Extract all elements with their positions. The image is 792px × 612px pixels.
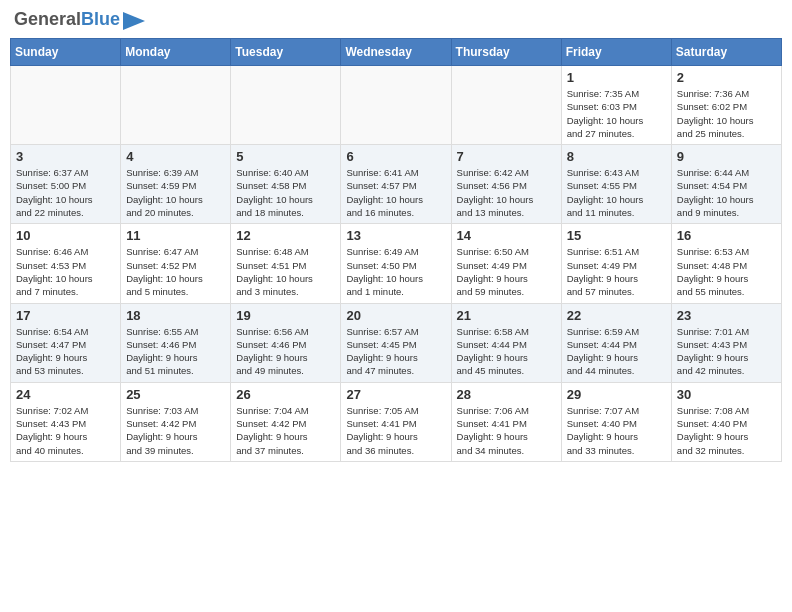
day-number: 3	[16, 149, 115, 164]
day-number: 6	[346, 149, 445, 164]
weekday-header-sunday: Sunday	[11, 39, 121, 66]
day-info: Sunrise: 7:08 AM Sunset: 4:40 PM Dayligh…	[677, 404, 776, 457]
calendar-week-1: 1Sunrise: 7:35 AM Sunset: 6:03 PM Daylig…	[11, 66, 782, 145]
day-info: Sunrise: 7:36 AM Sunset: 6:02 PM Dayligh…	[677, 87, 776, 140]
calendar-cell: 2Sunrise: 7:36 AM Sunset: 6:02 PM Daylig…	[671, 66, 781, 145]
page-header: GeneralBlue	[10, 10, 782, 30]
calendar-week-5: 24Sunrise: 7:02 AM Sunset: 4:43 PM Dayli…	[11, 382, 782, 461]
day-number: 10	[16, 228, 115, 243]
day-number: 4	[126, 149, 225, 164]
day-info: Sunrise: 6:58 AM Sunset: 4:44 PM Dayligh…	[457, 325, 556, 378]
day-number: 22	[567, 308, 666, 323]
calendar-cell: 17Sunrise: 6:54 AM Sunset: 4:47 PM Dayli…	[11, 303, 121, 382]
day-number: 30	[677, 387, 776, 402]
calendar-cell: 5Sunrise: 6:40 AM Sunset: 4:58 PM Daylig…	[231, 145, 341, 224]
calendar-cell: 11Sunrise: 6:47 AM Sunset: 4:52 PM Dayli…	[121, 224, 231, 303]
calendar-week-3: 10Sunrise: 6:46 AM Sunset: 4:53 PM Dayli…	[11, 224, 782, 303]
calendar-cell: 21Sunrise: 6:58 AM Sunset: 4:44 PM Dayli…	[451, 303, 561, 382]
weekday-header-friday: Friday	[561, 39, 671, 66]
day-info: Sunrise: 6:41 AM Sunset: 4:57 PM Dayligh…	[346, 166, 445, 219]
weekday-header-wednesday: Wednesday	[341, 39, 451, 66]
day-info: Sunrise: 6:47 AM Sunset: 4:52 PM Dayligh…	[126, 245, 225, 298]
calendar-cell: 10Sunrise: 6:46 AM Sunset: 4:53 PM Dayli…	[11, 224, 121, 303]
weekday-header-tuesday: Tuesday	[231, 39, 341, 66]
calendar-cell: 12Sunrise: 6:48 AM Sunset: 4:51 PM Dayli…	[231, 224, 341, 303]
day-number: 29	[567, 387, 666, 402]
day-info: Sunrise: 6:59 AM Sunset: 4:44 PM Dayligh…	[567, 325, 666, 378]
day-number: 24	[16, 387, 115, 402]
day-number: 15	[567, 228, 666, 243]
day-info: Sunrise: 7:02 AM Sunset: 4:43 PM Dayligh…	[16, 404, 115, 457]
day-info: Sunrise: 6:49 AM Sunset: 4:50 PM Dayligh…	[346, 245, 445, 298]
calendar-cell	[11, 66, 121, 145]
calendar-cell: 4Sunrise: 6:39 AM Sunset: 4:59 PM Daylig…	[121, 145, 231, 224]
calendar-cell: 8Sunrise: 6:43 AM Sunset: 4:55 PM Daylig…	[561, 145, 671, 224]
day-info: Sunrise: 6:39 AM Sunset: 4:59 PM Dayligh…	[126, 166, 225, 219]
calendar-header-row: SundayMondayTuesdayWednesdayThursdayFrid…	[11, 39, 782, 66]
day-info: Sunrise: 6:44 AM Sunset: 4:54 PM Dayligh…	[677, 166, 776, 219]
day-number: 25	[126, 387, 225, 402]
calendar-cell: 19Sunrise: 6:56 AM Sunset: 4:46 PM Dayli…	[231, 303, 341, 382]
day-number: 12	[236, 228, 335, 243]
day-number: 17	[16, 308, 115, 323]
day-number: 26	[236, 387, 335, 402]
calendar-cell: 30Sunrise: 7:08 AM Sunset: 4:40 PM Dayli…	[671, 382, 781, 461]
day-info: Sunrise: 7:06 AM Sunset: 4:41 PM Dayligh…	[457, 404, 556, 457]
day-info: Sunrise: 7:35 AM Sunset: 6:03 PM Dayligh…	[567, 87, 666, 140]
calendar-cell	[341, 66, 451, 145]
day-number: 23	[677, 308, 776, 323]
calendar-cell: 7Sunrise: 6:42 AM Sunset: 4:56 PM Daylig…	[451, 145, 561, 224]
day-info: Sunrise: 6:42 AM Sunset: 4:56 PM Dayligh…	[457, 166, 556, 219]
calendar-cell: 24Sunrise: 7:02 AM Sunset: 4:43 PM Dayli…	[11, 382, 121, 461]
calendar-cell: 16Sunrise: 6:53 AM Sunset: 4:48 PM Dayli…	[671, 224, 781, 303]
calendar-cell	[451, 66, 561, 145]
calendar-cell: 25Sunrise: 7:03 AM Sunset: 4:42 PM Dayli…	[121, 382, 231, 461]
day-info: Sunrise: 6:40 AM Sunset: 4:58 PM Dayligh…	[236, 166, 335, 219]
day-number: 28	[457, 387, 556, 402]
calendar-week-4: 17Sunrise: 6:54 AM Sunset: 4:47 PM Dayli…	[11, 303, 782, 382]
day-number: 13	[346, 228, 445, 243]
day-info: Sunrise: 6:37 AM Sunset: 5:00 PM Dayligh…	[16, 166, 115, 219]
day-number: 18	[126, 308, 225, 323]
day-number: 21	[457, 308, 556, 323]
logo-icon	[123, 12, 145, 30]
day-info: Sunrise: 6:57 AM Sunset: 4:45 PM Dayligh…	[346, 325, 445, 378]
calendar-cell: 1Sunrise: 7:35 AM Sunset: 6:03 PM Daylig…	[561, 66, 671, 145]
calendar-week-2: 3Sunrise: 6:37 AM Sunset: 5:00 PM Daylig…	[11, 145, 782, 224]
day-number: 19	[236, 308, 335, 323]
day-info: Sunrise: 7:01 AM Sunset: 4:43 PM Dayligh…	[677, 325, 776, 378]
day-info: Sunrise: 6:43 AM Sunset: 4:55 PM Dayligh…	[567, 166, 666, 219]
day-number: 1	[567, 70, 666, 85]
calendar-cell: 18Sunrise: 6:55 AM Sunset: 4:46 PM Dayli…	[121, 303, 231, 382]
day-info: Sunrise: 7:05 AM Sunset: 4:41 PM Dayligh…	[346, 404, 445, 457]
calendar-cell: 27Sunrise: 7:05 AM Sunset: 4:41 PM Dayli…	[341, 382, 451, 461]
calendar-cell: 9Sunrise: 6:44 AM Sunset: 4:54 PM Daylig…	[671, 145, 781, 224]
calendar-cell: 20Sunrise: 6:57 AM Sunset: 4:45 PM Dayli…	[341, 303, 451, 382]
calendar-cell: 15Sunrise: 6:51 AM Sunset: 4:49 PM Dayli…	[561, 224, 671, 303]
calendar-cell: 26Sunrise: 7:04 AM Sunset: 4:42 PM Dayli…	[231, 382, 341, 461]
calendar-cell: 3Sunrise: 6:37 AM Sunset: 5:00 PM Daylig…	[11, 145, 121, 224]
day-number: 20	[346, 308, 445, 323]
calendar-cell: 6Sunrise: 6:41 AM Sunset: 4:57 PM Daylig…	[341, 145, 451, 224]
day-number: 2	[677, 70, 776, 85]
day-info: Sunrise: 7:03 AM Sunset: 4:42 PM Dayligh…	[126, 404, 225, 457]
day-number: 7	[457, 149, 556, 164]
day-number: 16	[677, 228, 776, 243]
logo-blue-text: Blue	[81, 9, 120, 29]
calendar-cell: 23Sunrise: 7:01 AM Sunset: 4:43 PM Dayli…	[671, 303, 781, 382]
weekday-header-thursday: Thursday	[451, 39, 561, 66]
svg-marker-0	[123, 12, 145, 30]
day-number: 8	[567, 149, 666, 164]
day-info: Sunrise: 6:56 AM Sunset: 4:46 PM Dayligh…	[236, 325, 335, 378]
day-number: 9	[677, 149, 776, 164]
calendar-cell: 14Sunrise: 6:50 AM Sunset: 4:49 PM Dayli…	[451, 224, 561, 303]
calendar-table: SundayMondayTuesdayWednesdayThursdayFrid…	[10, 38, 782, 462]
calendar-cell: 22Sunrise: 6:59 AM Sunset: 4:44 PM Dayli…	[561, 303, 671, 382]
calendar-cell: 13Sunrise: 6:49 AM Sunset: 4:50 PM Dayli…	[341, 224, 451, 303]
day-info: Sunrise: 6:48 AM Sunset: 4:51 PM Dayligh…	[236, 245, 335, 298]
day-number: 27	[346, 387, 445, 402]
calendar-cell	[231, 66, 341, 145]
logo-general: General	[14, 9, 81, 29]
day-info: Sunrise: 6:46 AM Sunset: 4:53 PM Dayligh…	[16, 245, 115, 298]
day-number: 14	[457, 228, 556, 243]
